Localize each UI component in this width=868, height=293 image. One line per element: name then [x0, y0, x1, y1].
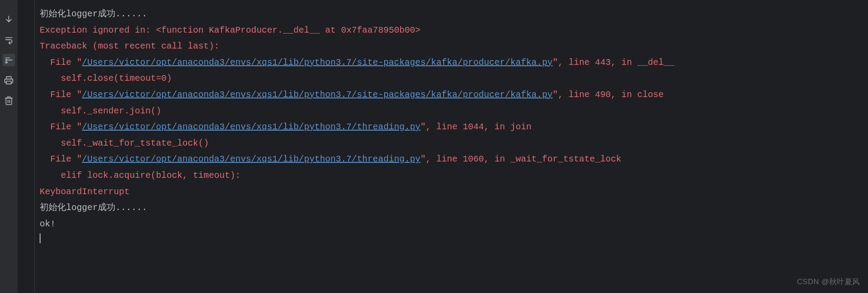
console-line: elif lock.acquire(block, timeout): [40, 168, 864, 184]
console-line: ok! [40, 216, 864, 233]
down-arrow-icon[interactable] [3, 13, 15, 26]
console-line: File "/Users/victor/opt/anaconda3/envs/x… [40, 151, 864, 168]
file-link[interactable]: /Users/victor/opt/anaconda3/envs/xqs1/li… [82, 57, 553, 68]
console-line: 初始化logger成功...... [40, 6, 864, 23]
console-line: Traceback (most recent call last): [40, 38, 864, 55]
console-line: 初始化logger成功...... [40, 200, 864, 216]
file-link[interactable]: /Users/victor/opt/anaconda3/envs/xqs1/li… [82, 154, 420, 164]
console-line: File "/Users/victor/opt/anaconda3/envs/x… [40, 119, 864, 135]
soft-wrap-icon[interactable] [3, 34, 15, 46]
print-icon[interactable] [3, 74, 15, 86]
file-link[interactable]: /Users/victor/opt/anaconda3/envs/xqs1/li… [82, 122, 420, 132]
console-output[interactable]: 初始化logger成功......Exception ignored in: <… [18, 0, 868, 293]
console-line: File "/Users/victor/opt/anaconda3/envs/x… [40, 87, 864, 103]
gutter-toolbar [0, 0, 18, 293]
console-line: Exception ignored in: <function KafkaPro… [40, 23, 864, 39]
console-cursor-line [40, 232, 864, 248]
console-line: self._sender.join() [40, 103, 864, 120]
console-line: self.close(timeout=0) [40, 71, 864, 87]
console-line: File "/Users/victor/opt/anaconda3/envs/x… [40, 55, 864, 71]
cursor-icon [40, 233, 41, 243]
console-line: self._wait_for_tstate_lock() [40, 135, 864, 152]
file-link[interactable]: /Users/victor/opt/anaconda3/envs/xqs1/li… [82, 90, 553, 100]
console-line: KeyboardInterrupt [40, 184, 864, 200]
scroll-to-end-icon[interactable] [3, 54, 15, 66]
watermark-text: CSDN @秋叶夏风 [797, 277, 860, 287]
trash-icon[interactable] [3, 94, 15, 107]
